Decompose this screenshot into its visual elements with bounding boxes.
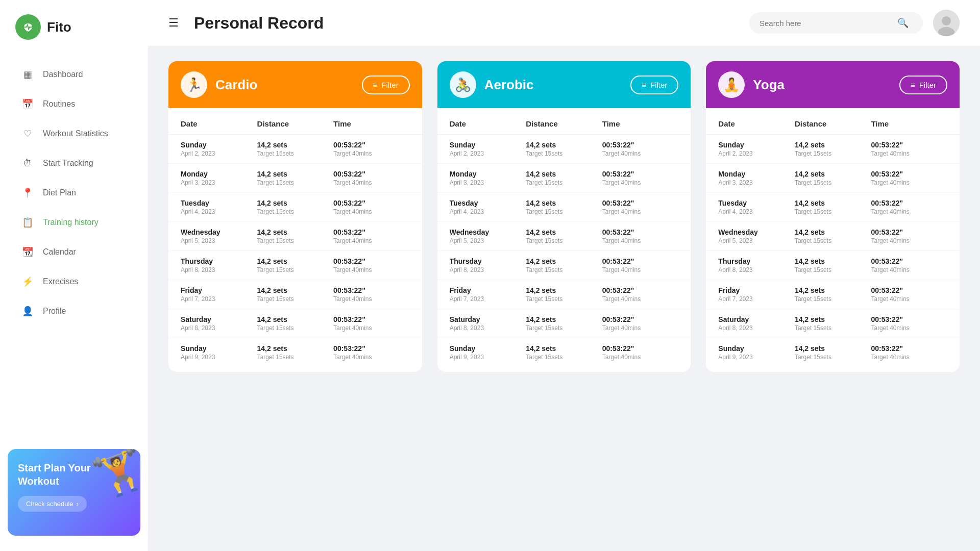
- cell-day: Sunday: [181, 344, 257, 353]
- cell-distance-value: 14,2 sets: [257, 315, 334, 323]
- table-header-cardio: DateDistanceTime: [168, 113, 422, 135]
- cell-date-value: April 5, 2023: [718, 237, 795, 244]
- cell-time-target: Target 40mins: [333, 266, 410, 273]
- cell-distance: 14,2 sets Target 15sets: [526, 315, 602, 332]
- cell-date: Wednesday April 5, 2023: [450, 228, 526, 244]
- cell-time: 00:53:22" Target 40mins: [602, 199, 679, 215]
- sidebar-item-profile[interactable]: 👤 Profile: [6, 297, 142, 325]
- cell-date: Saturday April 8, 2023: [718, 315, 795, 332]
- cell-time-value: 00:53:22": [333, 170, 410, 178]
- sidebar-item-start-tracking[interactable]: ⏱ Start Tracking: [6, 149, 142, 178]
- cell-date-value: April 8, 2023: [181, 324, 257, 332]
- cell-distance-value: 14,2 sets: [257, 141, 334, 149]
- cell-distance-value: 14,2 sets: [526, 344, 602, 353]
- cell-time-target: Target 40mins: [871, 179, 947, 186]
- cell-time: 00:53:22" Target 40mins: [871, 315, 947, 332]
- sidebar-item-training-history[interactable]: 📋 Training history: [6, 208, 142, 237]
- cell-day: Tuesday: [718, 199, 795, 207]
- search-input[interactable]: [760, 19, 892, 28]
- cell-date: Thursday April 8, 2023: [181, 257, 257, 273]
- cell-distance-value: 14,2 sets: [526, 228, 602, 236]
- cell-date-value: April 7, 2023: [718, 295, 795, 303]
- cell-distance: 14,2 sets Target 15sets: [526, 344, 602, 361]
- cell-distance-value: 14,2 sets: [795, 344, 871, 353]
- cell-time-value: 00:53:22": [602, 257, 679, 265]
- filter-button-aerobic[interactable]: ≡ Filter: [630, 76, 678, 94]
- cell-time-target: Target 40mins: [602, 150, 679, 157]
- cell-time: 00:53:22" Target 40mins: [602, 141, 679, 157]
- profile-icon: 👤: [21, 305, 34, 317]
- cell-distance: 14,2 sets Target 15sets: [795, 170, 871, 186]
- cell-time-value: 00:53:22": [333, 286, 410, 294]
- cell-date: Monday April 3, 2023: [181, 170, 257, 186]
- cell-date-value: April 2, 2023: [450, 150, 526, 157]
- cell-date: Sunday April 2, 2023: [181, 141, 257, 157]
- cell-distance: 14,2 sets Target 15sets: [257, 170, 334, 186]
- cell-time-value: 00:53:22": [871, 170, 947, 178]
- cell-distance: 14,2 sets Target 15sets: [795, 344, 871, 361]
- cell-time-value: 00:53:22": [333, 257, 410, 265]
- cell-distance-target: Target 15sets: [795, 354, 871, 361]
- table-row: Friday April 7, 2023 14,2 sets Target 15…: [168, 280, 422, 309]
- sidebar-item-routines[interactable]: 📅 Routines: [6, 90, 142, 118]
- cell-time: 00:53:22" Target 40mins: [333, 344, 410, 361]
- cell-time: 00:53:22" Target 40mins: [602, 315, 679, 332]
- avatar[interactable]: [933, 10, 960, 36]
- cell-distance-target: Target 15sets: [795, 324, 871, 332]
- card-title-aerobic: Aerobic: [484, 77, 534, 93]
- cell-day: Saturday: [718, 315, 795, 323]
- cell-time-target: Target 40mins: [602, 208, 679, 215]
- dashboard-icon: ▦: [21, 68, 34, 81]
- sidebar-item-label: Profile: [43, 307, 66, 316]
- cell-day: Thursday: [450, 257, 526, 265]
- sidebar-item-calendar[interactable]: 📆 Calendar: [6, 238, 142, 266]
- cell-time: 00:53:22" Target 40mins: [871, 228, 947, 244]
- cell-distance: 14,2 sets Target 15sets: [795, 141, 871, 157]
- cell-date-value: April 9, 2023: [718, 354, 795, 361]
- cell-day: Friday: [718, 286, 795, 294]
- cell-time: 00:53:22" Target 40mins: [602, 344, 679, 361]
- cell-time-target: Target 40mins: [871, 266, 947, 273]
- workout-card-aerobic: 🚴 Aerobic ≡ Filter DateDistanceTime Sund…: [437, 61, 691, 372]
- filter-button-cardio[interactable]: ≡ Filter: [362, 76, 410, 94]
- cell-time-value: 00:53:22": [871, 228, 947, 236]
- table-row: Wednesday April 5, 2023 14,2 sets Target…: [437, 222, 691, 251]
- cell-distance-value: 14,2 sets: [526, 199, 602, 207]
- cell-distance-target: Target 15sets: [795, 208, 871, 215]
- cell-date: Friday April 7, 2023: [450, 286, 526, 303]
- card-title-cardio: Cardio: [215, 77, 257, 93]
- sidebar-item-exercises[interactable]: ⚡ Exrecises: [6, 267, 142, 296]
- workout-table-cardio: DateDistanceTime Sunday April 2, 2023 14…: [168, 108, 422, 372]
- table-row: Wednesday April 5, 2023 14,2 sets Target…: [168, 222, 422, 251]
- table-row: Tuesday April 4, 2023 14,2 sets Target 1…: [168, 193, 422, 222]
- promo-check-schedule-link[interactable]: Check schedule ›: [18, 496, 87, 512]
- page-title: Personal Record: [194, 14, 739, 33]
- cell-distance: 14,2 sets Target 15sets: [257, 228, 334, 244]
- cell-date: Thursday April 8, 2023: [450, 257, 526, 273]
- cell-distance: 14,2 sets Target 15sets: [526, 170, 602, 186]
- nav-list: ▦ Dashboard 📅 Routines ♡ Workout Statist…: [0, 54, 148, 439]
- sidebar-item-dashboard[interactable]: ▦ Dashboard: [6, 60, 142, 89]
- cell-distance-value: 14,2 sets: [795, 315, 871, 323]
- cell-distance-target: Target 15sets: [257, 354, 334, 361]
- cell-date: Monday April 3, 2023: [718, 170, 795, 186]
- hamburger-icon[interactable]: ☰: [168, 16, 179, 30]
- table-row: Sunday April 9, 2023 14,2 sets Target 15…: [168, 338, 422, 367]
- cell-day: Monday: [450, 170, 526, 178]
- cell-date: Sunday April 9, 2023: [450, 344, 526, 361]
- promo-card: 🏋️ Start Plan Your Workout Check schedul…: [8, 449, 140, 536]
- table-row: Friday April 7, 2023 14,2 sets Target 15…: [706, 280, 960, 309]
- filter-button-yoga[interactable]: ≡ Filter: [899, 76, 947, 94]
- cell-day: Saturday: [450, 315, 526, 323]
- filter-label-yoga: Filter: [919, 81, 936, 89]
- cell-time: 00:53:22" Target 40mins: [602, 170, 679, 186]
- sidebar-item-diet-plan[interactable]: 📍 Diet Plan: [6, 179, 142, 207]
- card-header-left-yoga: 🧘 Yoga: [718, 71, 785, 98]
- table-row: Saturday April 8, 2023 14,2 sets Target …: [706, 309, 960, 338]
- cell-distance: 14,2 sets Target 15sets: [795, 286, 871, 303]
- cell-time: 00:53:22" Target 40mins: [602, 286, 679, 303]
- cell-time-value: 00:53:22": [333, 228, 410, 236]
- sidebar-item-workout-statistics[interactable]: ♡ Workout Statistics: [6, 119, 142, 148]
- col-header-date: Date: [450, 119, 526, 128]
- cell-date-value: April 4, 2023: [718, 208, 795, 215]
